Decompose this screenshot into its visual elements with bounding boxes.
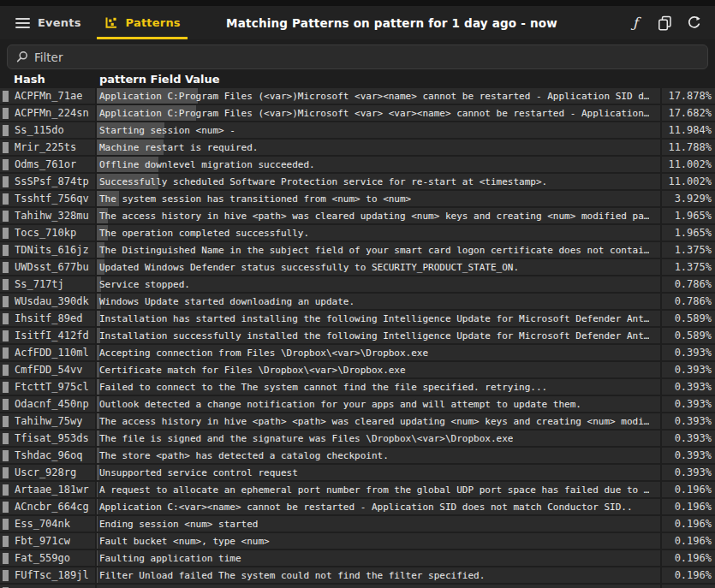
row-marker [3,484,9,496]
table-row[interactable]: UWDsst_677bu Updated Windows Defender st… [0,259,715,275]
row-percent: 17.682% [668,107,712,119]
table-row[interactable]: FUfTsc_189jl Filter Unload failed The sy… [0,567,715,583]
row-marker [3,536,9,547]
table-row[interactable]: Fbt_971cw Fault bucket <num>, type <num>… [0,533,715,549]
row-marker [3,142,9,153]
row-percent: 17.878% [668,90,712,102]
table-row[interactable]: WUsdau_390dk Windows Update started down… [0,294,715,309]
row-marker [3,553,9,564]
table-row[interactable]: Fat_559go Faulting application time 0.19… [0,550,715,566]
table-row[interactable]: Ess_704nk Ending session <num> started 0… [0,516,715,532]
row-percent: 11.788% [668,141,712,153]
row-percent: 0.589% [675,330,712,342]
row-pattern: The Distinguished Name in the subject fi… [97,245,649,256]
row-hash: Ss_115do [15,124,64,136]
table-row[interactable]: FtcttT_975cl Failed to connect to the Th… [0,379,715,395]
row-pattern: Updated Windows Defender status successf… [97,262,519,273]
row-hash: ACPFMn_71ae [15,90,82,102]
row-hash: Tfisat_953ds [15,432,89,444]
table-row[interactable]: TDNits_616jz The Distinguished Name in t… [0,242,715,258]
row-hash: FUfTsc_189jl [15,569,89,581]
table-row[interactable]: ACPFMn_71ae Application C:Program Files … [0,88,715,104]
table-row[interactable]: Tsshtf_756qv The system session has tran… [0,191,715,206]
table-row[interactable]: Tfisat_953ds The file is signed and the … [0,431,715,446]
table-row[interactable]: Mrir_225ts Machine restart is required. … [0,140,715,155]
row-hash: TDNits_616jz [15,244,89,256]
row-marker [3,570,9,581]
window-top-strip [0,0,715,6]
row-percent: 0.196% [675,518,712,530]
table-row[interactable]: Ss_717tj Service stopped. 0.786% [0,276,715,292]
table-row[interactable]: Artaae_181wr A request to allocate an ep… [0,482,715,497]
row-hash: Odacnf_450np [15,398,89,410]
patterns-app: Events Patterns Matching Patterns on pat… [0,0,715,588]
table-row[interactable]: AcfFDD_110ml Accepting connection from F… [0,345,715,360]
table-row[interactable]: Tshdac_96oq The store <path> has detecte… [0,448,715,463]
table-row[interactable]: ACPFMn_224sn Application C:Program Files… [0,105,715,121]
row-pattern: The access history in hive <path> was cl… [97,211,649,222]
column-header-pattern[interactable]: pattern Field Value [97,73,660,86]
refresh-button[interactable] [684,14,703,33]
table-row[interactable]: Odms_761or Offline downlevel migration s… [0,157,715,172]
row-pattern: A request to allocate an ephemeral port … [97,484,649,496]
copy-button[interactable] [655,14,674,33]
row-pattern: The store <path> has detected a catalog … [97,450,389,461]
row-percent: 0.196% [675,569,712,581]
row-pattern: Offline downlevel migration succeeded. [97,159,315,170]
row-percent: 0.196% [675,552,712,564]
row-hash: UWDsst_677bu [15,261,89,273]
row-percent: 0.393% [675,415,712,427]
row-percent: 0.786% [675,295,712,307]
table-row[interactable]: Tocs_710kp The operation completed succe… [0,225,715,241]
row-percent: 0.196% [675,484,712,496]
table-row[interactable]: Uscr_928rg Unsupported service control r… [0,465,715,480]
row-percent: 0.393% [675,347,712,359]
row-percent: 0.393% [675,364,712,376]
column-header-hash[interactable]: Hash [0,73,95,86]
patterns-table: Hash pattern Field Value ACPFMn_71ae App… [0,73,715,588]
table-row[interactable]: Ss_115do Starting session <num> - 11.984… [0,122,715,138]
table-row[interactable]: Tahihw_75wy The access history in hive <… [0,413,715,429]
row-pattern: Installation successfully installed the … [97,330,649,342]
filter-bar[interactable] [7,45,708,69]
row-hash: Tsshtf_756qv [15,193,89,205]
row-pattern: Service stopped. [97,279,190,290]
row-pattern: Installation has started installing the … [97,313,649,324]
table-row[interactable]: CmfFDD_54vv Certificate match for Files … [0,362,715,377]
row-pattern: Starting session <num> - [97,125,235,136]
row-marker [3,211,9,222]
row-hash: Ess_704nk [15,518,70,530]
row-marker [3,382,9,393]
table-row[interactable]: SsSPsf_874tp Successfully scheduled Soft… [0,174,715,189]
row-percent: 0.589% [675,312,712,324]
row-pattern: Fault bucket <num>, type <num> [97,536,270,547]
row-pattern: The file is signed and the signature was… [97,433,513,444]
row-hash: Artaae_181wr [15,484,89,496]
row-percent: 0.786% [675,278,712,290]
refresh-icon [686,15,702,31]
table-row[interactable]: ACncbr_664cg Application C:<var><name> c… [0,499,715,514]
filter-input[interactable] [34,50,700,64]
table-row[interactable]: IsitfI_412fd Installation successfully i… [0,328,715,343]
function-button[interactable]: ƒ [626,14,645,33]
row-pattern: Machine restart is required. [97,142,258,153]
function-icon: ƒ [633,15,638,31]
row-marker [3,450,9,461]
search-icon [15,50,28,63]
row-percent: 1.375% [675,261,712,273]
row-marker [3,176,9,187]
row-marker [3,313,9,324]
row-hash: FtcttT_975cl [15,381,89,393]
row-hash: Tocs_710kp [15,227,76,239]
row-hash: AcfFDD_110ml [15,347,89,359]
row-pattern: Accepting connection from Files \Dropbox… [97,347,428,359]
row-marker [3,245,9,256]
table-row[interactable]: Tahihw_328mu The access history in hive … [0,208,715,223]
table-row-partial [0,585,715,588]
table-row[interactable]: Ihsitf_89ed Installation has started ins… [0,311,715,326]
row-percent: 0.393% [675,466,712,478]
table-row[interactable]: Odacnf_450np Outlook detected a change n… [0,396,715,412]
row-percent: 3.929% [675,193,712,205]
row-pattern: Ending session <num> started [97,519,258,530]
tab-events[interactable]: Events [12,6,100,39]
